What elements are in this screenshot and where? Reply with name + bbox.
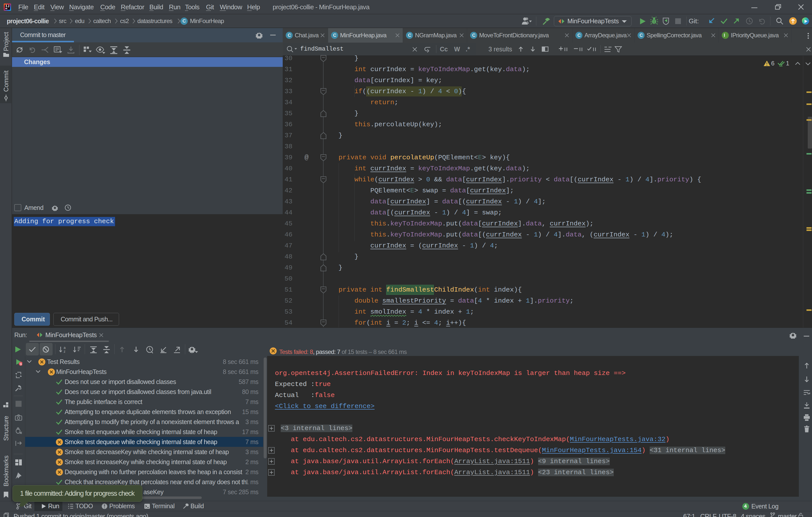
svg-text:z: z	[64, 349, 65, 353]
svg-text:9: 9	[20, 362, 22, 366]
svg-text:a: a	[64, 346, 66, 350]
